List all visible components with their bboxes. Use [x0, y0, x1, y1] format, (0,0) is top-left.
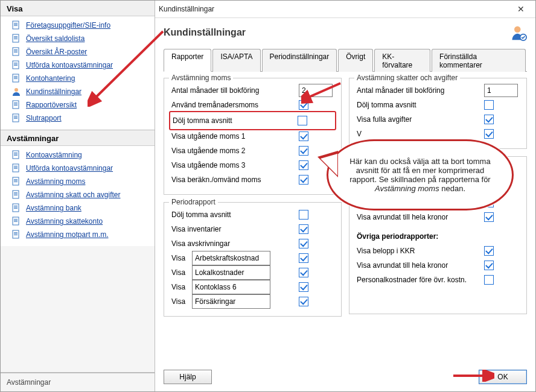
document-icon [11, 203, 21, 213]
sidebar-item-kontohantering[interactable]: Kontohantering [1, 72, 155, 85]
sidebar-item-utf-rda-kontoavst-mningar[interactable]: Utförda kontoavstämningar [1, 58, 155, 72]
sidebar-link[interactable]: Utförda kontoavstämningar [26, 61, 113, 69]
period-textinput-0[interactable] [192, 251, 270, 265]
sidebar-link[interactable]: Kundinställningar [26, 87, 81, 96]
sidebar-link[interactable]: Avstämning skattekonto [26, 217, 103, 226]
dialog-titlebar: Kundinställningar ✕ [155, 1, 535, 18]
sidebar-item-avst-mning-skatt-och-avgifter[interactable]: Avstämning skatt och avgifter [1, 188, 155, 201]
moms-check-1[interactable] [299, 100, 308, 110]
period-textinput-3[interactable] [192, 294, 270, 309]
sidebar-link[interactable]: Kontoavstämning [26, 151, 82, 159]
sidebar-link[interactable]: Avstämning skatt och avgifter [26, 191, 121, 199]
moms-row-2: Dölj tomma avsnitt [169, 111, 336, 130]
moms-check-4[interactable] [299, 146, 308, 156]
period-textinput-2[interactable] [192, 280, 270, 294]
sidebar-item-versikt-r-poster[interactable]: Översikt ÅR-poster [1, 45, 155, 58]
sidebar-item-f-retagsuppgifter-sie-info[interactable]: Företagsuppgifter/SIE-info [1, 19, 155, 32]
svg-rect-29 [13, 151, 19, 159]
sidebar-item-avst-mning-bank[interactable]: Avstämning bank [1, 201, 155, 215]
sidebar-link[interactable]: Avstämning bank [26, 204, 81, 212]
psaldo-check-1[interactable] [484, 212, 494, 222]
ovriga-label-0: Visa belopp i KKR [357, 247, 484, 255]
tab-kk-f-rvaltare[interactable]: KK-förvaltare [374, 49, 430, 72]
period-check-1[interactable] [299, 224, 308, 234]
sidebar-item-utf-rda-kontoavst-mningar[interactable]: Utförda kontoavstämningar [1, 162, 155, 175]
tab-f-rinst-llda-kommentarer[interactable]: Förinställda kommentarer [432, 49, 526, 72]
moms-row-3: Visa utgående moms 1 [171, 129, 334, 144]
svg-rect-36 [14, 168, 18, 169]
sidebar-item-slutrapport[interactable]: Slutrapport [1, 112, 155, 125]
svg-rect-32 [14, 155, 18, 156]
period-prefix-3: Visa [171, 297, 192, 306]
moms-input-0[interactable] [299, 84, 333, 97]
document-icon [11, 74, 21, 83]
sidebar-link[interactable]: Utförda kontoavstämningar [26, 164, 113, 172]
moms-check-5[interactable] [299, 160, 308, 170]
moms-label-0: Antal månader till bokföring [171, 86, 299, 95]
skatt-check-1[interactable] [484, 100, 494, 110]
moms-check-3[interactable] [299, 131, 308, 141]
sidebar-item-rapport-versikt[interactable]: Rapportöversikt [1, 98, 155, 112]
moms-check-2[interactable] [298, 116, 307, 125]
sidebar-link[interactable]: Slutrapport [26, 114, 62, 122]
svg-rect-21 [13, 101, 19, 109]
sidebar-link[interactable]: Rapportöversikt [26, 101, 77, 109]
sidebar-link[interactable]: Översikt saldolista [26, 34, 85, 43]
sidebar-section-avstamningar: Avstämningar [1, 130, 155, 146]
skatt-check-2[interactable] [484, 115, 494, 124]
svg-rect-4 [13, 34, 19, 42]
sidebar-item-avst-mning-skattekonto[interactable]: Avstämning skattekonto [1, 215, 155, 228]
callout-text: Här kan du också välja att ta bort tomma… [349, 157, 490, 184]
tab-isa-apta[interactable]: ISA/APTA [212, 49, 260, 72]
dialog-close-button[interactable]: ✕ [510, 2, 532, 16]
sidebar-item-kontoavst-mning[interactable]: Kontoavstämning [1, 148, 155, 162]
period-textrow-1: Visa [171, 265, 334, 280]
svg-rect-45 [13, 204, 19, 212]
svg-rect-14 [14, 64, 18, 65]
heading-ovriga-periodrapporter: Övriga periodrapporter: [357, 232, 519, 241]
help-button[interactable]: Hjälp [164, 370, 212, 384]
skatt-label-0: Antal månader till bokföring [357, 86, 484, 95]
sidebar-link[interactable]: Avstämning motpart m.m. [26, 230, 109, 239]
moms-label-1: Använd tremånadersmoms [171, 101, 299, 109]
period-textcheck-1[interactable] [299, 268, 308, 277]
period-textcheck-3[interactable] [299, 297, 308, 306]
sidebar-item-avst-mning-moms[interactable]: Avstämning moms [1, 175, 155, 188]
moms-row-4: Visa utgående moms 2 [171, 144, 334, 158]
period-check-0[interactable] [299, 210, 308, 220]
skatt-check-3[interactable] [484, 129, 494, 139]
svg-rect-12 [13, 61, 19, 69]
skatt-label-2: Visa fulla avgifter [357, 115, 484, 124]
tab-rapporter[interactable]: Rapporter [164, 49, 211, 72]
sidebar-link[interactable]: Kontohantering [26, 74, 75, 83]
svg-rect-33 [13, 164, 19, 172]
period-textinput-1[interactable] [192, 265, 270, 280]
period-textcheck-0[interactable] [299, 253, 308, 263]
sidebar-link[interactable]: Avstämning moms [26, 177, 85, 186]
sidebar-item-versikt-saldolista[interactable]: Översikt saldolista [1, 32, 155, 45]
sidebar-link[interactable]: Översikt ÅR-poster [26, 48, 87, 56]
ovriga-check-1[interactable] [484, 261, 494, 270]
moms-row-5: Visa utgående moms 3 [171, 158, 334, 172]
ovriga-check-0[interactable] [484, 246, 494, 256]
period-check-2[interactable] [299, 239, 308, 248]
ok-button[interactable]: OK [479, 370, 527, 384]
svg-rect-18 [14, 77, 18, 78]
tab-vrigt[interactable]: Övrigt [338, 49, 373, 72]
sidebar-footer-label[interactable]: Avstämningar [1, 373, 155, 391]
sidebar-item-avst-mning-motpart-m-m[interactable]: Avstämning motpart m.m. [1, 228, 155, 241]
svg-rect-16 [13, 74, 19, 82]
tab-periodinst-llningar[interactable]: Periodinställningar [262, 49, 337, 72]
sidebar-link[interactable]: Företagsuppgifter/SIE-info [26, 21, 110, 30]
period-label-1: Visa inventarier [171, 225, 299, 233]
period-label-0: Dölj tomma avsnitt [171, 210, 299, 219]
period-textcheck-2[interactable] [299, 282, 308, 292]
skatt-input-0[interactable] [484, 84, 518, 97]
sidebar-item-kundinst-llningar[interactable]: Kundinställningar [1, 85, 155, 98]
svg-rect-28 [14, 118, 18, 119]
document-icon [11, 21, 21, 30]
moms-label-6: Visa beräkn./omvänd moms [171, 175, 299, 184]
ovriga-check-2[interactable] [484, 275, 494, 285]
legend-avstamning-skatter: Avstämning skatter och avgifter [354, 74, 460, 82]
moms-check-6[interactable] [299, 175, 308, 185]
